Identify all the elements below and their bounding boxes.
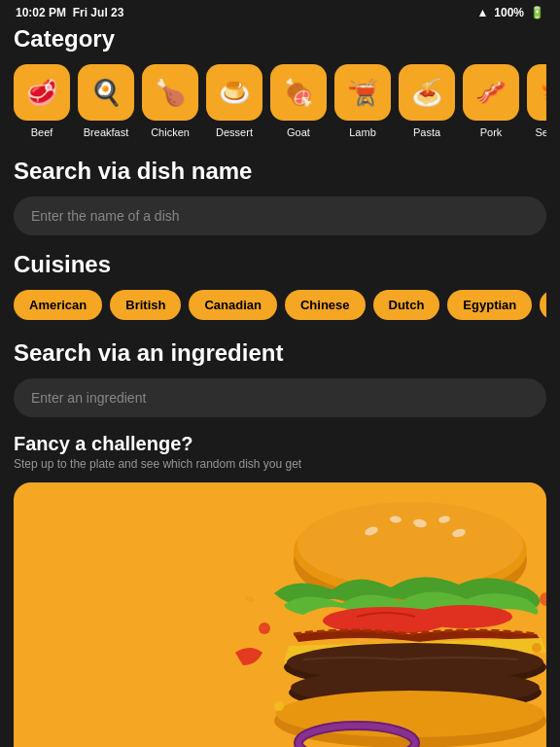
svg-point-22 — [274, 701, 284, 711]
svg-point-21 — [540, 592, 546, 606]
challenge-title: Fancy a challenge? — [14, 433, 546, 455]
challenge-banner[interactable] — [14, 482, 546, 747]
battery-icon: 100% — [494, 6, 524, 19]
cuisines-section: Cuisines AmericanBritishCanadianChineseD… — [14, 251, 546, 324]
category-item-seafood[interactable]: 🦐 Seafood — [527, 64, 546, 138]
search-dish-input[interactable] — [14, 196, 546, 235]
category-label-pork: Pork — [480, 126, 503, 138]
search-dish-title: Search via dish name — [14, 158, 546, 185]
cuisine-tag-egyptian[interactable]: Egyptian — [447, 290, 532, 320]
cuisine-tag-french[interactable]: French — [540, 290, 546, 320]
svg-point-19 — [532, 643, 542, 653]
category-label-beef: Beef — [31, 126, 53, 138]
category-icon-chicken: 🍗 — [142, 64, 198, 121]
category-icon-breakfast: 🍳 — [78, 64, 134, 121]
status-right: ▲ 100% 🔋 — [476, 6, 544, 19]
cuisines-title: Cuisines — [14, 251, 546, 278]
category-icon-lamb: 🫕 — [334, 64, 391, 121]
status-bar: 10:02 PM Fri Jul 23 ▲ 100% 🔋 — [0, 0, 560, 25]
category-label-breakfast: Breakfast — [84, 126, 128, 138]
category-icon-goat: 🍖 — [270, 64, 327, 121]
category-item-beef[interactable]: 🥩 Beef — [14, 64, 70, 138]
status-time: 10:02 PM Fri Jul 23 — [16, 6, 123, 19]
category-item-dessert[interactable]: 🍮 Dessert — [206, 64, 262, 138]
svg-point-2 — [298, 502, 523, 587]
category-item-chicken[interactable]: 🍗 Chicken — [142, 64, 198, 138]
category-item-breakfast[interactable]: 🍳 Breakfast — [78, 64, 134, 138]
category-label-seafood: Seafood — [536, 126, 547, 138]
ingredient-section: Search via an ingredient — [14, 339, 546, 417]
cuisines-scroll[interactable]: AmericanBritishCanadianChineseDutchEgypt… — [14, 290, 546, 324]
wifi-icon: ▲ — [476, 6, 488, 19]
svg-point-18 — [259, 622, 270, 634]
main-content: Category 🥩 Beef 🍳 Breakfast 🍗 Chicken 🍮 … — [0, 25, 560, 747]
svg-point-20 — [251, 673, 259, 681]
category-icon-seafood: 🦐 — [527, 64, 546, 121]
search-dish-section: Search via dish name — [14, 158, 546, 235]
svg-point-17 — [298, 726, 415, 747]
category-label-lamb: Lamb — [349, 126, 376, 138]
category-label-pasta: Pasta — [413, 126, 440, 138]
category-section: Category 🥩 Beef 🍳 Breakfast 🍗 Chicken 🍮 … — [14, 25, 546, 142]
category-label-goat: Goat — [287, 126, 310, 138]
challenge-section: Fancy a challenge? Step up to the plate … — [14, 433, 546, 747]
category-icon-pork: 🥓 — [463, 64, 519, 121]
cuisine-tag-canadian[interactable]: Canadian — [189, 290, 277, 320]
category-item-pork[interactable]: 🥓 Pork — [463, 64, 519, 138]
burger-illustration — [206, 502, 546, 747]
category-item-lamb[interactable]: 🫕 Lamb — [334, 64, 391, 138]
category-item-goat[interactable]: 🍖 Goat — [270, 64, 327, 138]
category-scroll[interactable]: 🥩 Beef 🍳 Breakfast 🍗 Chicken 🍮 Dessert 🍖… — [14, 64, 546, 142]
challenge-subtitle: Step up to the plate and see which rando… — [14, 457, 546, 471]
cuisine-tag-american[interactable]: American — [14, 290, 102, 320]
category-icon-pasta: 🍝 — [399, 64, 455, 121]
svg-point-23 — [244, 594, 255, 603]
cuisine-tag-dutch[interactable]: Dutch — [373, 290, 440, 320]
search-ingredient-input[interactable] — [14, 378, 546, 417]
category-icon-beef: 🥩 — [14, 64, 70, 121]
category-item-pasta[interactable]: 🍝 Pasta — [399, 64, 455, 138]
category-title: Category — [14, 25, 546, 53]
category-icon-dessert: 🍮 — [206, 64, 262, 121]
cuisine-tag-chinese[interactable]: Chinese — [285, 290, 366, 320]
category-label-dessert: Dessert — [216, 126, 253, 138]
category-label-chicken: Chicken — [151, 126, 190, 138]
cuisine-tag-british[interactable]: British — [110, 290, 181, 320]
svg-point-9 — [415, 605, 512, 628]
ingredient-title: Search via an ingredient — [14, 339, 546, 367]
